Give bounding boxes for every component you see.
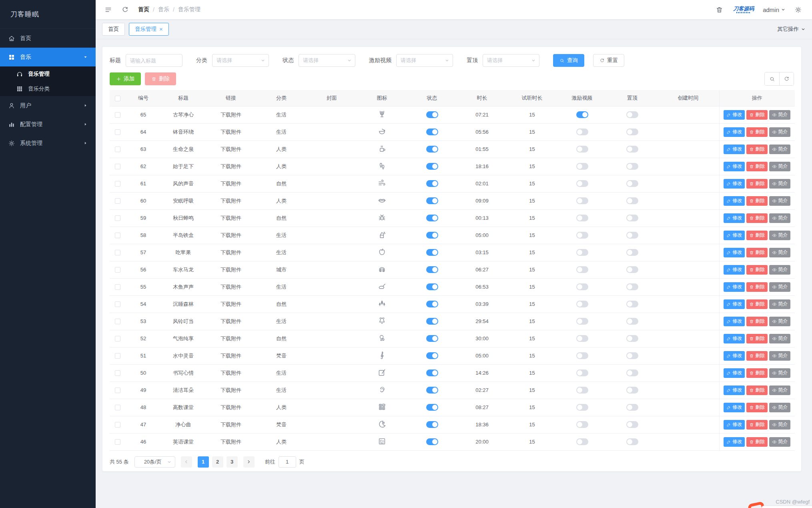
attachment-link[interactable]: 下载附件 bbox=[221, 129, 241, 135]
top-toggle[interactable] bbox=[626, 111, 638, 118]
reward-video-toggle[interactable] bbox=[576, 146, 588, 153]
row-delete-button[interactable]: 删除 bbox=[746, 231, 768, 240]
row-checkbox[interactable] bbox=[115, 250, 120, 255]
reward-video-toggle[interactable] bbox=[576, 232, 588, 239]
row-delete-button[interactable]: 删除 bbox=[746, 420, 768, 430]
attachment-link[interactable]: 下载附件 bbox=[221, 249, 241, 255]
status-toggle[interactable] bbox=[426, 249, 438, 256]
close-icon[interactable]: × bbox=[159, 26, 163, 32]
status-toggle[interactable] bbox=[426, 438, 438, 445]
edit-button[interactable]: 修改 bbox=[724, 420, 745, 430]
page-button-3[interactable]: 3 bbox=[227, 456, 238, 468]
top-toggle[interactable] bbox=[626, 421, 638, 428]
row-delete-button[interactable]: 删除 bbox=[746, 299, 768, 309]
refresh-page-button[interactable] bbox=[121, 5, 130, 14]
edit-button[interactable]: 修改 bbox=[724, 110, 745, 120]
next-page-button[interactable] bbox=[243, 456, 255, 468]
row-checkbox[interactable] bbox=[115, 164, 120, 169]
status-toggle[interactable] bbox=[426, 301, 438, 307]
status-toggle[interactable] bbox=[426, 129, 438, 135]
row-checkbox[interactable] bbox=[115, 181, 120, 187]
reward-video-toggle[interactable] bbox=[576, 318, 588, 325]
status-toggle[interactable] bbox=[426, 232, 438, 239]
select-all-checkbox[interactable] bbox=[115, 96, 120, 101]
intro-button[interactable]: 简介 bbox=[769, 110, 790, 120]
status-toggle[interactable] bbox=[426, 180, 438, 187]
reward-video-toggle[interactable] bbox=[576, 266, 588, 273]
row-checkbox[interactable] bbox=[115, 215, 120, 221]
row-checkbox[interactable] bbox=[115, 198, 120, 204]
status-toggle[interactable] bbox=[426, 215, 438, 221]
clear-cache-button[interactable] bbox=[716, 5, 724, 14]
intro-button[interactable]: 简介 bbox=[769, 248, 790, 257]
row-delete-button[interactable]: 删除 bbox=[746, 179, 768, 189]
row-checkbox[interactable] bbox=[115, 388, 120, 393]
reward-video-toggle[interactable] bbox=[576, 301, 588, 307]
search-button[interactable]: 查询 bbox=[553, 54, 584, 67]
intro-button[interactable]: 简介 bbox=[769, 403, 790, 412]
reset-button[interactable]: 重置 bbox=[593, 54, 624, 67]
edit-button[interactable]: 修改 bbox=[724, 127, 745, 137]
row-checkbox[interactable] bbox=[115, 112, 120, 118]
row-checkbox[interactable] bbox=[115, 422, 120, 428]
prev-page-button[interactable] bbox=[181, 456, 192, 468]
more-actions-dropdown[interactable]: 其它操作 bbox=[777, 26, 806, 33]
sidebar-subitem-music-manage[interactable]: 音乐管理 bbox=[0, 66, 96, 81]
status-toggle[interactable] bbox=[426, 163, 438, 170]
edit-button[interactable]: 修改 bbox=[724, 248, 745, 257]
page-button-2[interactable]: 2 bbox=[212, 456, 223, 468]
reward-video-toggle[interactable] bbox=[576, 111, 588, 118]
reward-video-toggle[interactable] bbox=[576, 197, 588, 204]
row-checkbox[interactable] bbox=[115, 233, 120, 238]
reward-video-toggle[interactable] bbox=[576, 180, 588, 187]
reward-video-toggle[interactable] bbox=[576, 335, 588, 342]
intro-button[interactable]: 简介 bbox=[769, 213, 790, 223]
row-checkbox[interactable] bbox=[115, 370, 120, 376]
attachment-link[interactable]: 下载附件 bbox=[221, 318, 241, 324]
status-toggle[interactable] bbox=[426, 335, 438, 342]
attachment-link[interactable]: 下载附件 bbox=[221, 232, 241, 238]
intro-button[interactable]: 简介 bbox=[769, 420, 790, 430]
title-input[interactable] bbox=[126, 54, 182, 67]
row-delete-button[interactable]: 删除 bbox=[746, 213, 768, 223]
attachment-link[interactable]: 下载附件 bbox=[221, 439, 241, 445]
status-toggle[interactable] bbox=[426, 318, 438, 325]
page-button-1[interactable]: 1 bbox=[198, 456, 209, 468]
intro-button[interactable]: 简介 bbox=[769, 282, 790, 292]
edit-button[interactable]: 修改 bbox=[724, 317, 745, 326]
row-delete-button[interactable]: 删除 bbox=[746, 145, 768, 154]
top-toggle[interactable] bbox=[626, 163, 638, 170]
intro-button[interactable]: 简介 bbox=[769, 196, 790, 206]
status-toggle[interactable] bbox=[426, 111, 438, 118]
attachment-link[interactable]: 下载附件 bbox=[221, 198, 241, 204]
table-refresh-button[interactable] bbox=[779, 72, 794, 85]
intro-button[interactable]: 简介 bbox=[769, 368, 790, 378]
intro-button[interactable]: 简介 bbox=[769, 162, 790, 171]
intro-button[interactable]: 简介 bbox=[769, 299, 790, 309]
top-toggle[interactable] bbox=[626, 146, 638, 153]
row-delete-button[interactable]: 删除 bbox=[746, 351, 768, 361]
add-button[interactable]: 添加 bbox=[110, 72, 141, 85]
top-toggle[interactable] bbox=[626, 283, 638, 290]
goto-page-input[interactable] bbox=[279, 456, 296, 468]
top-toggle[interactable] bbox=[626, 438, 638, 445]
edit-button[interactable]: 修改 bbox=[724, 403, 745, 412]
row-checkbox[interactable] bbox=[115, 439, 120, 445]
settings-button[interactable] bbox=[794, 5, 803, 14]
status-toggle[interactable] bbox=[426, 146, 438, 153]
status-select[interactable]: 请选择 bbox=[299, 54, 355, 67]
intro-button[interactable]: 简介 bbox=[769, 351, 790, 361]
attachment-link[interactable]: 下载附件 bbox=[221, 163, 241, 169]
status-toggle[interactable] bbox=[426, 266, 438, 273]
sidebar-subitem-music-category[interactable]: 音乐分类 bbox=[0, 81, 96, 96]
row-checkbox[interactable] bbox=[115, 284, 120, 290]
edit-button[interactable]: 修改 bbox=[724, 213, 745, 223]
top-toggle[interactable] bbox=[626, 335, 638, 342]
row-checkbox[interactable] bbox=[115, 405, 120, 410]
intro-button[interactable]: 简介 bbox=[769, 145, 790, 154]
reward-video-toggle[interactable] bbox=[576, 438, 588, 445]
row-delete-button[interactable]: 删除 bbox=[746, 334, 768, 343]
row-delete-button[interactable]: 删除 bbox=[746, 403, 768, 412]
user-dropdown[interactable]: admin bbox=[763, 6, 786, 13]
batch-delete-button[interactable]: 删除 bbox=[145, 72, 176, 85]
